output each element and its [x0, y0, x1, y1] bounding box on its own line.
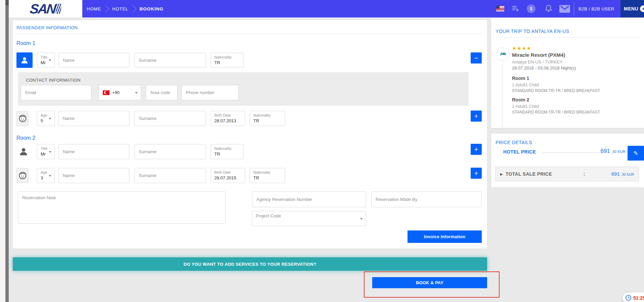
trip-dates: 28.07.2018 - 03.08.2018 Night(s)	[512, 66, 576, 71]
nationality-field[interactable]: Nationality TR	[211, 144, 244, 159]
divider	[496, 37, 640, 38]
san-logo-stripes	[55, 4, 61, 14]
surname-input[interactable]	[134, 168, 206, 183]
surname-input[interactable]	[134, 53, 206, 68]
summary-room-2-description: STANDARD ROOM TR-TR / BRED BREAKFAST	[512, 110, 600, 115]
name-input[interactable]	[58, 144, 129, 159]
summary-room-1-name: Room 1	[512, 76, 529, 81]
menu-label: MENU	[624, 6, 638, 11]
nationality-field[interactable]: Nationality TR	[250, 168, 285, 183]
birth-date-value: 28.07.2013	[214, 118, 242, 124]
nationality-value: TR	[214, 60, 240, 66]
phone-country-code-select[interactable]: +90	[98, 85, 141, 100]
turkey-flag-icon	[103, 90, 110, 95]
chevron-down-icon	[49, 118, 51, 120]
title-select[interactable]: Title Mr	[37, 144, 55, 159]
total-price-fraction: ,92 EUR	[621, 173, 634, 176]
price-leader-line	[542, 152, 605, 153]
chevron-down-icon	[360, 218, 363, 220]
total-sale-price-bar[interactable]: ▶ TOTAL SALE PRICE : 691 ,92 EUR	[495, 167, 639, 181]
phone-number-input[interactable]	[181, 85, 239, 100]
chevron-down-icon	[49, 59, 51, 61]
surname-input[interactable]	[134, 111, 206, 126]
contact-information-box: CONTACT INFORMATION +90	[18, 72, 469, 106]
breadcrumb-hotel[interactable]: HOTEL	[112, 6, 128, 11]
summary-room-2-name: Room 2	[512, 97, 529, 102]
nationality-value: TR	[214, 151, 240, 157]
nationality-value: TR	[253, 118, 282, 124]
messages-envelope-icon[interactable]	[558, 0, 571, 17]
hotel-price-label: HOTEL PRICE	[503, 149, 536, 155]
name-input[interactable]	[58, 53, 129, 68]
add-services-banner-text: DO YOU WANT TO ADD SERVICES TO YOUR RESE…	[184, 262, 316, 267]
adult-passenger-icon	[16, 52, 33, 68]
logo-area[interactable]: SAN	[9, 0, 82, 17]
nav-divider	[574, 2, 574, 15]
title-select-label: Title	[41, 55, 51, 60]
invoice-information-button[interactable]: Invoice Information	[407, 230, 482, 243]
expand-triangle-icon[interactable]: ▶	[500, 172, 503, 176]
birth-date-label: Birth Date	[214, 170, 242, 175]
surname-input[interactable]	[134, 144, 206, 159]
reservation-list-add-icon[interactable]	[511, 0, 521, 17]
remove-passenger-button[interactable]: −	[471, 52, 482, 63]
chevron-down-icon	[135, 92, 138, 94]
reservation-note-textarea[interactable]	[18, 191, 225, 224]
vertical-scrollbar[interactable]	[5, 0, 9, 302]
contact-information-title: CONTACT INFORMATION	[26, 78, 81, 83]
top-navbar: SAN HOME HOTEL BOOKING $ B2B / B2B USER …	[0, 0, 644, 17]
user-account-label[interactable]: B2B / B2B USER	[578, 0, 614, 17]
passenger-information-title: PASSENGER INFORMATION	[16, 25, 78, 30]
breadcrumb-home[interactable]: HOME	[87, 6, 101, 11]
birth-date-value: 28.07.2015	[214, 175, 242, 181]
age-select[interactable]: Age 3	[37, 168, 55, 183]
summary-room-1-occupancy: 1 Adult1 Child	[512, 82, 539, 87]
total-colon: :	[584, 171, 585, 177]
chevron-down-icon	[49, 175, 51, 177]
trip-summary-title: YOUR TRIP TO ANTALYA EN-US	[496, 29, 569, 34]
hotel-location: Antalya EN-US / TURKEY	[512, 59, 563, 64]
age-select[interactable]: Age 5	[37, 111, 55, 126]
email-input[interactable]	[21, 85, 91, 100]
nationality-label: Nationality	[253, 170, 282, 175]
project-code-placeholder: Project Code	[256, 213, 362, 219]
nationality-field[interactable]: Nationality TR	[250, 111, 285, 126]
nationality-field[interactable]: Nationality TR	[211, 53, 244, 68]
user-account-text: B2B / B2B USER	[578, 6, 614, 11]
passenger-information-card: PASSENGER INFORMATION Room 1 Title Mr Na…	[13, 20, 487, 249]
nationality-label: Nationality	[214, 55, 240, 60]
san-logo[interactable]: SAN	[29, 0, 56, 17]
nationality-value: TR	[253, 175, 282, 181]
add-passenger-button[interactable]: +	[471, 111, 482, 122]
menu-button[interactable]: MENU ◀	[620, 0, 644, 17]
add-services-banner[interactable]: DO YOU WANT TO ADD SERVICES TO YOUR RESE…	[13, 257, 487, 271]
birth-date-field[interactable]: Birth Date 28.07.2015	[211, 168, 245, 183]
window-edge	[0, 0, 5, 302]
edit-price-button[interactable]: ✎	[628, 146, 644, 161]
add-passenger-button[interactable]: +	[471, 168, 482, 179]
nationality-label: Nationality	[214, 146, 240, 151]
notifications-bell-icon[interactable]	[544, 0, 554, 17]
project-code-select[interactable]: Project Code	[252, 211, 366, 226]
agency-reservation-number-input[interactable]	[252, 191, 366, 207]
hotel-price-value: 691 ,92 EUR	[601, 148, 626, 155]
title-select[interactable]: Title Mr	[37, 53, 55, 68]
book-and-pay-button[interactable]: BOOK & PAY	[372, 277, 487, 288]
name-input[interactable]	[58, 168, 129, 183]
add-passenger-button[interactable]: +	[471, 144, 482, 155]
price-details-card: PRICE DETAILS HOTEL PRICE 691 ,92 EUR ✎ …	[491, 134, 644, 187]
reservation-made-by-input[interactable]	[371, 191, 482, 207]
clock-icon	[625, 295, 632, 301]
currency-icon[interactable]: $	[526, 0, 536, 17]
chevron-right-icon	[102, 5, 109, 12]
name-input[interactable]	[58, 111, 129, 126]
child-passenger-icon	[16, 168, 29, 183]
price-details-title: PRICE DETAILS	[496, 140, 532, 145]
area-code-input[interactable]	[146, 85, 177, 100]
nationality-label: Nationality	[253, 113, 282, 118]
session-timer-value: 51:25	[633, 295, 644, 301]
hotel-price-main: 691	[601, 148, 610, 154]
age-select-label: Age	[41, 113, 51, 118]
us-flag-icon[interactable]	[496, 6, 504, 11]
birth-date-field[interactable]: Birth Date 28.07.2013	[211, 111, 245, 126]
